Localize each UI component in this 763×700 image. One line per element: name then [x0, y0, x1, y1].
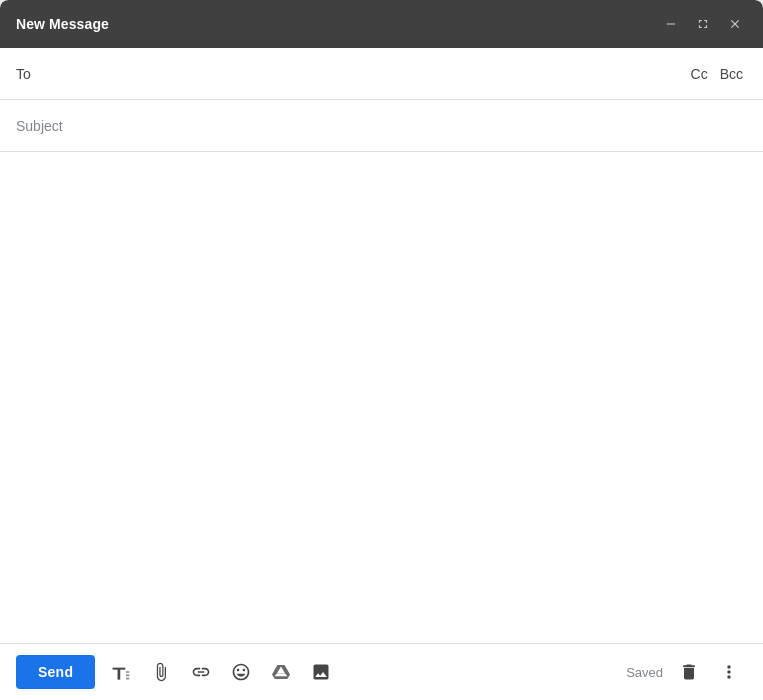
send-button[interactable]: Send: [16, 655, 95, 689]
link-icon: [191, 662, 211, 682]
close-button[interactable]: [723, 12, 747, 36]
message-textarea[interactable]: [16, 164, 747, 631]
photo-button[interactable]: [303, 654, 339, 690]
to-row: To Cc Bcc: [0, 48, 763, 100]
drive-icon: [271, 662, 291, 682]
cc-bcc-area: Cc Bcc: [687, 64, 747, 84]
to-input[interactable]: [56, 52, 687, 96]
saved-status: Saved: [626, 665, 663, 680]
more-options-icon: [719, 662, 739, 682]
attach-icon: [151, 662, 171, 682]
bcc-button[interactable]: Bcc: [716, 64, 747, 84]
format-text-icon: [111, 662, 131, 682]
message-body-area: [0, 152, 763, 643]
compose-body: To Cc Bcc: [0, 48, 763, 643]
more-options-button[interactable]: [711, 654, 747, 690]
expand-button[interactable]: [691, 12, 715, 36]
compose-header: New Message: [0, 0, 763, 48]
delete-button[interactable]: [671, 654, 707, 690]
emoji-button[interactable]: [223, 654, 259, 690]
compose-footer: Send: [0, 643, 763, 700]
to-label: To: [16, 66, 56, 82]
subject-row: [0, 100, 763, 152]
compose-title: New Message: [16, 16, 109, 32]
link-button[interactable]: [183, 654, 219, 690]
delete-icon: [679, 662, 699, 682]
format-text-button[interactable]: [103, 654, 139, 690]
emoji-icon: [231, 662, 251, 682]
attach-button[interactable]: [143, 654, 179, 690]
subject-input[interactable]: [16, 104, 747, 148]
cc-button[interactable]: Cc: [687, 64, 712, 84]
drive-button[interactable]: [263, 654, 299, 690]
header-actions: [659, 12, 747, 36]
photo-icon: [311, 662, 331, 682]
compose-window: New Message To: [0, 0, 763, 700]
minimize-button[interactable]: [659, 12, 683, 36]
